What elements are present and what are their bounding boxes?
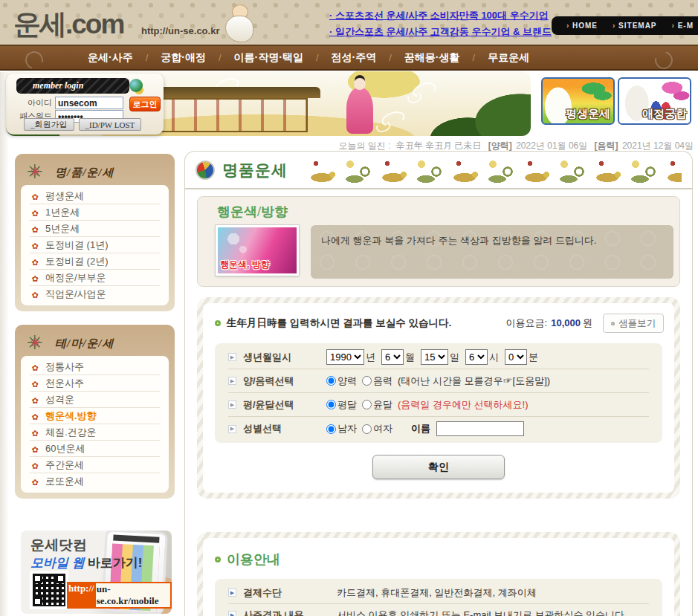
leap-month-option-label: 윤달 [373,398,392,412]
promo-link-2[interactable]: · 일간스포츠 운세/사주 고객감동 우수기업 & 브랜드 [329,24,552,40]
sidebar-item-health[interactable]: 체질.건강운 [30,424,160,441]
nav-item-naming[interactable]: 이름·작명·택일 [234,51,303,65]
menu-label: 평생운세 [45,189,84,203]
row-arrow-icon [228,353,236,361]
sidebar-item-cheonun-saju[interactable]: 천운사주 [30,375,160,392]
sidebar-item-1year[interactable]: 1년운세 [30,204,160,221]
month-select[interactable]: 6 [381,349,404,365]
fee-label: 이용요금: [506,317,548,328]
lunar-option-label: 음력 [373,375,392,388]
row-arrow-icon [228,589,236,597]
gender-row: 성별선택 남자 여자 이름 [228,417,649,441]
site-logo[interactable]: 운세.com [13,6,123,43]
calendar-type-row: 양/음력선택 양력 음력 (태어난 시간을 모를경우☞ [도움말] ) [228,369,649,393]
sidebar-item-60year[interactable]: 60년운세 [30,441,160,457]
sidebar-item-personality[interactable]: 성격운 [30,392,160,408]
login-button[interactable]: 로그인 [129,97,161,111]
quick-links-bar: HOME SITEMAP E-M [552,16,698,35]
sidebar-item-5year[interactable]: 5년운세 [30,221,160,237]
sidebar-item-tojeong-2y[interactable]: 토정비결 (2년) [30,253,160,270]
login-panel: member login 아이디 패스워드 로그인 _회원가입 _ID/PW L… [6,74,164,134]
nav-separator: / [146,52,149,63]
id-input[interactable] [55,97,123,109]
flower-bullet-icon [30,288,40,301]
nav-separator: / [473,52,476,63]
flower-bullet-icon [30,360,40,374]
nav-item-dream[interactable]: 꿈해몽·생활 [404,51,460,65]
confirm-button[interactable]: 확인 [372,455,505,479]
flower-bullet-icon [30,222,40,236]
page: 운세.com http://un-se.co.kr · 스포츠조선 운세/사주 … [0,0,698,616]
birthdate-row: 생년월일시 1990 년 6 월 15 일 6 시 0 분 [228,346,649,369]
nav-item-free[interactable]: 무료운세 [488,51,529,65]
sidebar: 명/품/운/세 평생운세 1년운세 5년운세 토정비결 (1년) 토정비결 (2… [15,154,175,614]
lucky-color-feature-box: 행운색/방향 행운색, 방향 나에게 행운과 복을 가져다 주는 색상과 집방향… [197,196,680,287]
menu-label: 5년운세 [45,222,80,236]
guide-row-value: 카드결제, 휴대폰결제, 일반전화결제, 계좌이체 [337,586,537,600]
flower-bullet-icon [30,442,40,455]
guide-row-label: 사주결과 내용 [243,609,337,616]
sidebar-item-lucky-color-direction[interactable]: 행운색.방향 [30,408,160,424]
nav-item-astrology[interactable]: 점성·주역 [332,51,377,65]
day-select[interactable]: 15 [421,349,448,365]
mobile-url: http:// un-se.co.kr/mobile [67,582,172,609]
nav-item-unse-saju[interactable]: 운세·사주 [88,51,133,65]
fee-line: 이용요금:10,000원 [506,317,592,330]
help-link[interactable]: [도움말] [513,375,547,388]
name-label: 이름 [411,422,430,435]
flower-bullet-icon [30,206,40,219]
menu-label: 60년운세 [45,442,85,455]
content-header: 명품운세 [185,152,692,189]
nav-separator: / [389,52,392,63]
quick-link-home[interactable]: HOME [566,22,598,30]
sidebar-item-love-marriage[interactable]: 애정운/부부운 [30,270,160,286]
sample-view-button[interactable]: 샘플보기 [603,314,664,333]
banner-lifetime-fortune[interactable]: 평생운세 [541,77,615,125]
female-radio[interactable] [362,424,372,434]
guide-row-label: 결제수단 [243,586,337,600]
year-select[interactable]: 1990 [326,349,364,365]
sidebar-item-tojeong-1y[interactable]: 토정비결 (1년) [30,237,160,253]
normal-month-radio[interactable] [326,400,336,409]
promo-link-1[interactable]: · 스포츠조선 운세/사주 소비자만족 100대 우수기업 [329,7,552,24]
minute-select[interactable]: 0 [505,349,527,365]
sidebar-item-traditional-saju[interactable]: 정통사주 [30,359,160,375]
feature-title: 행운색/방향 [217,203,288,221]
monk-mascot-icon [219,3,258,43]
leap-month-radio[interactable] [362,400,372,409]
fee-unit: 원 [583,317,592,328]
lunar-radio[interactable] [362,376,372,386]
sidebar-item-lifetime[interactable]: 평생운세 [30,188,160,204]
signup-button[interactable]: _회원가입 [24,118,74,131]
idpw-lost-button[interactable]: _ID/PW LOST [79,118,142,131]
member-login-title: member login [16,78,129,94]
quick-link-email[interactable]: E-M [672,22,694,30]
solar-radio[interactable] [326,376,336,386]
leap-month-label: 평/윤달선택 [243,398,326,412]
site-url-text: http://un-se.co.kr [141,25,219,36]
menu-label: 직업운/사업운 [45,288,106,301]
sidebar-item-lotto[interactable]: 로또운세 [30,473,160,490]
usage-guide-container: 이용안내 결제수단 카드결제, 휴대폰결제, 일반전화결제, 계좌이체 사주결과… [197,532,680,616]
menu-label: 로또운세 [45,475,84,488]
name-input[interactable] [436,421,524,436]
mobile-web-text: 모바일 웹 [30,556,85,570]
banner-label: 애정궁합 [642,107,687,121]
row-arrow-icon [228,377,236,385]
sidebar-item-weekly[interactable]: 주간운세 [30,457,160,473]
flower-bullet-icon [30,409,40,423]
quick-link-sitemap[interactable]: SITEMAP [613,22,657,30]
nav-item-gunghap[interactable]: 궁합·애정 [161,51,206,65]
panel-title: 테/마/운/세 [55,337,114,351]
sidebar-panel-premium: 명/품/운/세 평생운세 1년운세 5년운세 토정비결 (1년) 토정비결 (2… [15,154,175,311]
payment-method-row: 결제수단 카드결제, 휴대폰결제, 일반전화결제, 계좌이체 [228,582,649,604]
hour-select[interactable]: 6 [465,349,488,365]
male-radio[interactable] [326,424,336,434]
main-nav: 운세·사주 / 궁합·애정 / 이름·작명·택일 / 점성·주역 / 꿈해몽·생… [0,46,698,71]
sidebar-item-career-business[interactable]: 직업운/사업운 [30,286,160,302]
green-dot-icon [215,557,221,562]
mobile-web-banner[interactable]: 운세닷컴 모바일 웹바로가기! http:// un-se.co.kr/mobi… [21,531,172,614]
banner-love-compatibility[interactable]: 애정궁합 [618,77,691,125]
hour-unit: 시 [489,351,499,364]
leap-warning-note: (음력일 경우에만 선택하세요!) [398,398,529,412]
